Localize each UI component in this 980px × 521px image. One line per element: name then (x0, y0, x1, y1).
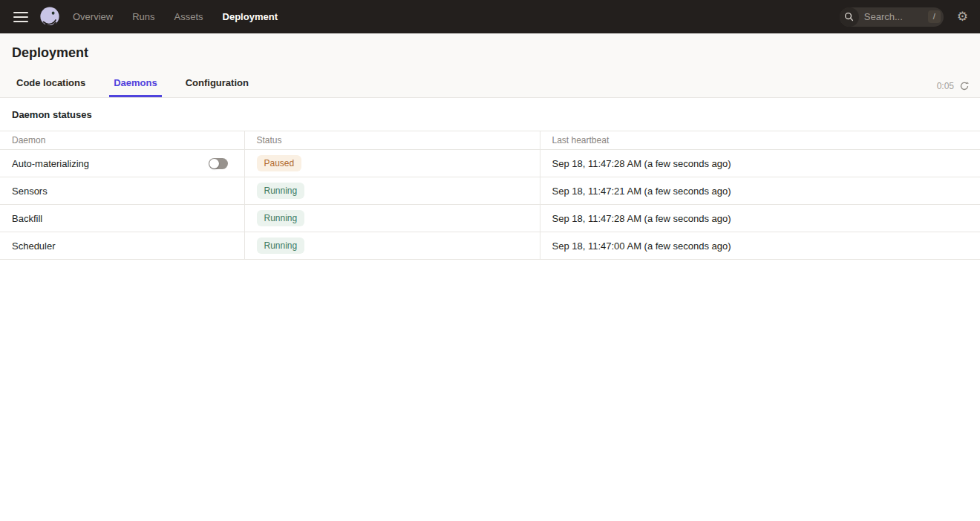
refresh-icon[interactable] (959, 81, 970, 91)
table-header-row: Daemon Status Last heartbeat (0, 131, 980, 150)
nav-item-overview[interactable]: Overview (73, 11, 113, 22)
refresh-countdown: 0:05 (937, 81, 954, 91)
table-row: Backfill Running Sep 18, 11:47:28 AM (a … (0, 205, 980, 232)
nav-item-runs[interactable]: Runs (132, 11, 154, 22)
page-header: Deployment Code locations Daemons Config… (0, 33, 980, 98)
search-icon (840, 7, 859, 27)
daemon-name: Backfill (12, 213, 42, 224)
search-input[interactable]: Search... / (840, 7, 944, 27)
status-badge: Running (257, 183, 305, 199)
daemon-name: Auto-materializing (12, 158, 89, 169)
nav-item-deployment[interactable]: Deployment (223, 11, 278, 22)
search-placeholder: Search... (864, 11, 928, 22)
daemon-name: Sensors (12, 186, 48, 197)
table-row: Scheduler Running Sep 18, 11:47:00 AM (a… (0, 232, 980, 260)
auto-materialize-toggle[interactable] (209, 158, 228, 169)
main-content: Daemon statuses Daemon Status Last heart… (0, 98, 980, 260)
status-badge: Running (257, 237, 305, 254)
search-shortcut-key: / (928, 10, 941, 23)
last-heartbeat: Sep 18, 11:47:28 AM (a few seconds ago) (540, 150, 980, 177)
primary-nav: Overview Runs Assets Deployment (73, 11, 278, 22)
tab-configuration[interactable]: Configuration (181, 76, 253, 97)
top-navbar: Overview Runs Assets Deployment Search..… (0, 0, 980, 33)
status-badge: Running (257, 210, 305, 226)
tab-daemons[interactable]: Daemons (109, 76, 162, 97)
dagster-logo-icon (39, 6, 61, 28)
gear-icon[interactable]: ⚙ (957, 10, 968, 23)
tab-code-locations[interactable]: Code locations (12, 76, 90, 97)
section-title: Daemon statuses (0, 98, 980, 131)
last-heartbeat: Sep 18, 11:47:21 AM (a few seconds ago) (540, 177, 980, 205)
tab-bar: Code locations Daemons Configuration (0, 76, 980, 97)
daemon-status-table: Daemon Status Last heartbeat Auto-materi… (0, 131, 980, 260)
column-header-status: Status (244, 131, 540, 150)
daemon-name: Scheduler (12, 240, 56, 252)
last-heartbeat: Sep 18, 11:47:00 AM (a few seconds ago) (540, 232, 980, 260)
column-header-daemon: Daemon (0, 131, 244, 150)
nav-item-assets[interactable]: Assets (174, 11, 203, 22)
table-row: Auto-materializing Paused Sep 18, 11:47:… (0, 150, 980, 177)
page-title: Deployment (0, 33, 980, 61)
menu-icon[interactable] (9, 5, 33, 29)
table-row: Sensors Running Sep 18, 11:47:21 AM (a f… (0, 177, 980, 205)
status-badge: Paused (257, 155, 302, 171)
last-heartbeat: Sep 18, 11:47:28 AM (a few seconds ago) (540, 205, 980, 232)
dagster-logo[interactable] (39, 6, 61, 28)
column-header-last-heartbeat: Last heartbeat (540, 131, 980, 150)
